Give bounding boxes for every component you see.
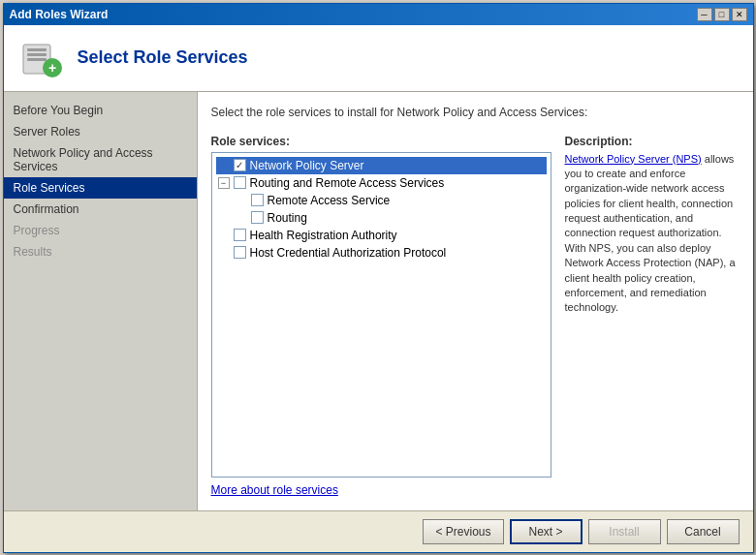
role-item-nps[interactable]: Network Policy Server bbox=[216, 157, 547, 174]
role-label-rras: Routing and Remote Access Services bbox=[250, 176, 445, 190]
nps-link[interactable]: Network Policy Server (NPS) bbox=[565, 153, 702, 165]
sidebar-item-role-services[interactable]: Role Services bbox=[4, 177, 197, 199]
cancel-button[interactable]: Cancel bbox=[667, 519, 740, 544]
role-label-hra: Health Registration Authority bbox=[250, 229, 397, 242]
window-body: + Select Role Services Before You Begin … bbox=[4, 25, 753, 552]
minimize-button[interactable]: ─ bbox=[697, 8, 712, 21]
content-area: Select the role services to install for … bbox=[198, 92, 753, 510]
checkbox-routing[interactable] bbox=[251, 211, 264, 224]
sidebar-item-before-you-begin[interactable]: Before You Begin bbox=[4, 100, 197, 121]
description-text: Network Policy Server (NPS) allows you t… bbox=[565, 152, 740, 316]
role-services-panel: Role services: Network Policy Server − bbox=[211, 135, 551, 497]
role-label-nps: Network Policy Server bbox=[250, 159, 364, 172]
svg-rect-2 bbox=[27, 53, 47, 56]
expand-icon-rras[interactable]: − bbox=[218, 177, 230, 189]
role-item-rras[interactable]: − Routing and Remote Access Services bbox=[216, 174, 547, 192]
main-area: Before You Begin Server Roles Network Po… bbox=[4, 92, 753, 510]
description-label: Description: bbox=[565, 135, 740, 148]
maximize-button[interactable]: □ bbox=[714, 8, 730, 21]
sidebar-item-progress: Progress bbox=[4, 220, 197, 241]
wizard-icon: + bbox=[17, 35, 64, 81]
install-button[interactable]: Install bbox=[588, 519, 661, 544]
content-intro: Select the role services to install for … bbox=[211, 106, 740, 119]
checkbox-hcap[interactable] bbox=[234, 246, 246, 259]
sidebar-item-npas[interactable]: Network Policy and Access Services bbox=[4, 142, 197, 177]
content-columns: Role services: Network Policy Server − bbox=[211, 135, 740, 497]
role-item-routing[interactable]: Routing bbox=[216, 209, 547, 227]
sidebar: Before You Begin Server Roles Network Po… bbox=[4, 92, 198, 510]
role-label-routing: Routing bbox=[268, 211, 307, 225]
title-bar: Add Roles Wizard ─ □ ✕ bbox=[4, 4, 753, 25]
role-label-ras: Remote Access Service bbox=[268, 194, 391, 207]
previous-button[interactable]: < Previous bbox=[423, 519, 503, 544]
role-label-hcap: Host Credential Authorization Protocol bbox=[250, 246, 447, 260]
description-body: allows you to create and enforce organiz… bbox=[565, 153, 736, 314]
checkbox-rras[interactable] bbox=[234, 176, 246, 189]
wizard-window: Add Roles Wizard ─ □ ✕ + Select Role Ser… bbox=[3, 3, 754, 553]
svg-rect-3 bbox=[27, 58, 47, 61]
checkbox-ras[interactable] bbox=[251, 194, 264, 206]
svg-rect-1 bbox=[27, 48, 47, 51]
checkbox-hra[interactable] bbox=[234, 229, 246, 241]
header-area: + Select Role Services bbox=[4, 25, 753, 92]
footer-area: < Previous Next > Install Cancel bbox=[4, 510, 753, 552]
description-panel: Description: Network Policy Server (NPS)… bbox=[565, 135, 740, 497]
sidebar-item-confirmation[interactable]: Confirmation bbox=[4, 199, 197, 220]
sidebar-item-server-roles[interactable]: Server Roles bbox=[4, 121, 197, 142]
role-services-label: Role services: bbox=[211, 135, 551, 148]
role-item-ras[interactable]: Remote Access Service bbox=[216, 192, 547, 209]
checkbox-nps[interactable] bbox=[234, 159, 246, 171]
role-item-hcap[interactable]: Host Credential Authorization Protocol bbox=[216, 244, 547, 262]
next-button[interactable]: Next > bbox=[510, 519, 583, 544]
role-list-box[interactable]: Network Policy Server − Routing and Remo… bbox=[211, 152, 551, 478]
role-item-hra[interactable]: Health Registration Authority bbox=[216, 227, 547, 244]
sidebar-item-results: Results bbox=[4, 241, 197, 262]
close-button[interactable]: ✕ bbox=[732, 8, 747, 21]
page-title: Select Role Services bbox=[78, 47, 248, 68]
svg-text:+: + bbox=[47, 60, 55, 76]
window-controls: ─ □ ✕ bbox=[697, 8, 747, 21]
more-about-link[interactable]: More about role services bbox=[211, 483, 551, 497]
window-title: Add Roles Wizard bbox=[10, 8, 109, 21]
